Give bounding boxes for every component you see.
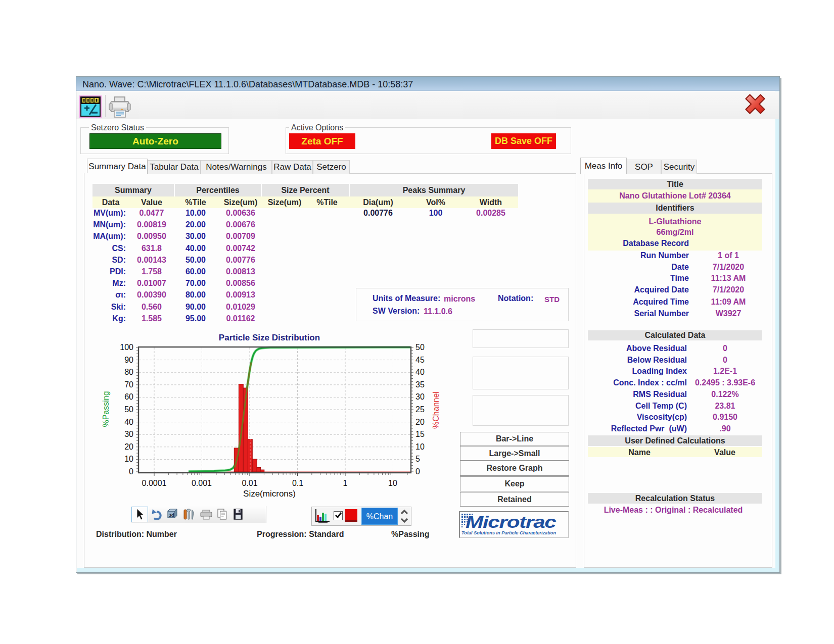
svg-text:3d: 3d [169, 512, 174, 518]
svg-text:Microtrac: Microtrac [466, 513, 557, 531]
svg-text:Total Solutions in Particle Ch: Total Solutions in Particle Characteriza… [461, 530, 556, 535]
